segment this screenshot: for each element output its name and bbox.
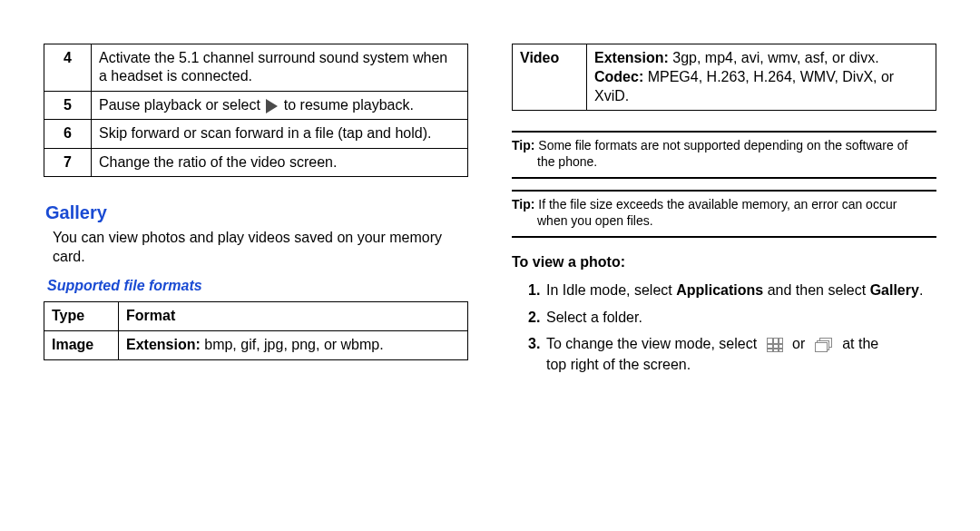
list-item: 3. To change the view mode, select or at… <box>528 333 936 375</box>
tip-1: Tip: Some file formats are not supported… <box>512 131 936 179</box>
table-row: 6 Skip forward or scan forward in a file… <box>44 120 468 148</box>
format-cell: Extension: bmp, gif, jpg, png, or wbmp. <box>119 330 468 359</box>
step-number: 4 <box>44 44 92 92</box>
supported-formats-heading: Supported file formats <box>44 278 468 294</box>
table-row: 5 Pause playback or select to resume pla… <box>44 91 468 119</box>
type-cell: Video <box>513 44 587 111</box>
steps-table: 4 Activate the 5.1 channel surround soun… <box>44 44 468 177</box>
step-number: 6 <box>44 120 92 148</box>
gallery-body: You can view photos and play videos save… <box>45 229 468 267</box>
right-column: Video Extension: 3gp, mp4, avi, wmv, asf… <box>512 44 936 520</box>
formats-table-right: Video Extension: 3gp, mp4, avi, wmv, asf… <box>512 44 936 111</box>
play-icon <box>266 99 278 113</box>
step-number: 7 <box>44 148 92 176</box>
list-item: 1. In Idle mode, select Applications and… <box>528 280 936 300</box>
step-text: Pause playback or select to resume playb… <box>92 91 468 119</box>
step-text: Activate the 5.1 channel surround sound … <box>92 44 468 92</box>
list-item: 2. Select a folder. <box>528 307 936 328</box>
grid-view-icon <box>767 338 783 352</box>
tip-2: Tip: If the file size exceeds the availa… <box>512 190 936 238</box>
table-row: 7 Change the ratio of the video screen. <box>44 148 468 176</box>
col-type: Type <box>44 301 119 330</box>
step-number: 5 <box>44 91 92 119</box>
table-header-row: Type Format <box>44 301 468 330</box>
formats-table-left: Type Format Image Extension: bmp, gif, j… <box>44 301 468 360</box>
type-cell: Image <box>44 330 119 359</box>
table-row: 4 Activate the 5.1 channel surround soun… <box>44 44 468 92</box>
step-text: Skip forward or scan forward in a file (… <box>92 120 468 148</box>
view-photo-steps: 1. In Idle mode, select Applications and… <box>512 280 936 375</box>
gallery-heading: Gallery <box>45 202 468 223</box>
table-row: Video Extension: 3gp, mp4, avi, wmv, asf… <box>513 44 936 111</box>
left-column: 4 Activate the 5.1 channel surround soun… <box>44 44 468 520</box>
table-row: Image Extension: bmp, gif, jpg, png, or … <box>44 330 468 359</box>
view-photo-heading: To view a photo: <box>512 254 936 270</box>
col-format: Format <box>119 301 468 330</box>
stack-view-icon <box>815 338 833 352</box>
format-cell: Extension: 3gp, mp4, avi, wmv, asf, or d… <box>587 44 936 111</box>
step-text: Change the ratio of the video screen. <box>92 148 468 176</box>
